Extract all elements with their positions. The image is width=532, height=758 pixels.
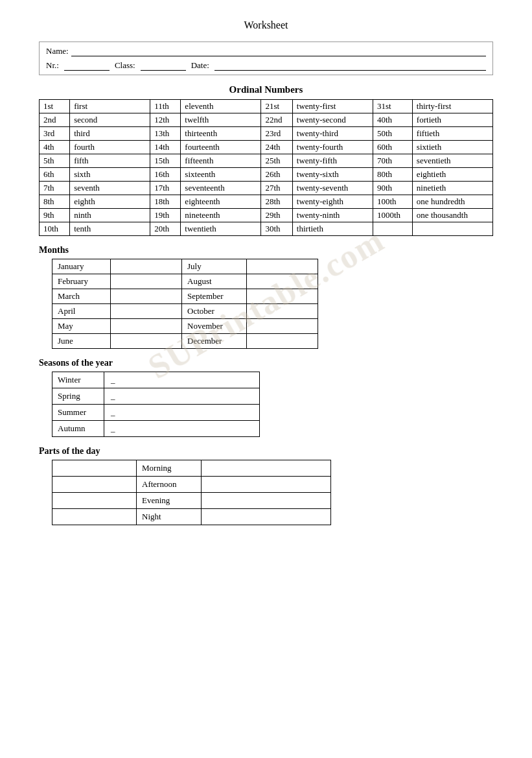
parts-title: Parts of the day bbox=[39, 446, 493, 456]
ordinal-cell: seventeenth bbox=[181, 182, 261, 195]
part-blank-right bbox=[202, 460, 331, 477]
month-name-left: February bbox=[52, 274, 111, 289]
ordinal-cell: fortieth bbox=[412, 113, 492, 127]
month-blank-right bbox=[247, 334, 318, 349]
ordinal-cell: 17th bbox=[150, 182, 181, 195]
ordinal-cell: 1000th bbox=[373, 209, 412, 222]
part-name: Morning bbox=[137, 460, 202, 477]
month-name-right: August bbox=[182, 274, 247, 289]
season-name: Winter bbox=[52, 372, 104, 388]
date-underline bbox=[214, 60, 486, 71]
ordinal-cell: 11th bbox=[150, 100, 181, 113]
season-blank: _ bbox=[104, 372, 260, 388]
month-blank-right bbox=[247, 304, 318, 319]
ordinal-cell: twenty-ninth bbox=[292, 209, 373, 222]
part-blank-left bbox=[52, 493, 137, 509]
list-item: Summer_ bbox=[52, 405, 260, 421]
class-label: Class: bbox=[115, 60, 135, 71]
month-name-left: May bbox=[52, 319, 111, 334]
ordinal-cell: 9th bbox=[40, 209, 70, 222]
ordinal-table: 1stfirst11theleventh21sttwenty-first31st… bbox=[39, 99, 493, 236]
ordinal-cell: 90th bbox=[373, 182, 412, 195]
table-row: 5thfifth15thfifteenth25thtwenty-fifth70t… bbox=[40, 154, 493, 168]
month-blank-left bbox=[111, 259, 182, 274]
list-item: Afternoon bbox=[52, 477, 331, 493]
part-name: Afternoon bbox=[137, 477, 202, 493]
ordinal-cell: eighteenth bbox=[181, 195, 261, 209]
ordinal-cell: fifth bbox=[70, 154, 150, 168]
ordinal-cell: 18th bbox=[150, 195, 181, 209]
ordinal-cell: 100th bbox=[373, 195, 412, 209]
ordinal-cell: fourteenth bbox=[181, 141, 261, 154]
ordinal-cell: 24th bbox=[261, 141, 292, 154]
month-blank-right bbox=[247, 259, 318, 274]
ordinal-cell: twenty-fourth bbox=[292, 141, 373, 154]
ordinal-cell: 1st bbox=[40, 100, 70, 113]
season-name: Spring bbox=[52, 388, 104, 405]
month-name-right: October bbox=[182, 304, 247, 319]
ordinal-cell: 21st bbox=[261, 100, 292, 113]
name-label: Name: bbox=[46, 46, 69, 56]
parts-table: MorningAfternoonEveningNight bbox=[52, 460, 331, 525]
ordinal-cell: 6th bbox=[40, 168, 70, 182]
ordinal-cell: 20th bbox=[150, 222, 181, 236]
list-item: Night bbox=[52, 509, 331, 525]
ordinal-cell: one hundredth bbox=[412, 195, 492, 209]
months-table: JanuaryJulyFebruaryAugustMarchSeptemberA… bbox=[52, 259, 318, 349]
list-item: Winter_ bbox=[52, 372, 260, 388]
ordinal-cell: 60th bbox=[373, 141, 412, 154]
ordinal-title: Ordinal Numbers bbox=[39, 84, 493, 95]
ordinal-cell: eighth bbox=[70, 195, 150, 209]
month-blank-left bbox=[111, 319, 182, 334]
list-item: Evening bbox=[52, 493, 331, 509]
ordinal-cell: third bbox=[70, 127, 150, 141]
ordinal-cell: 10th bbox=[40, 222, 70, 236]
month-name-right: December bbox=[182, 334, 247, 349]
ordinal-cell: fiftieth bbox=[412, 127, 492, 141]
ordinal-cell: 3rd bbox=[40, 127, 70, 141]
part-blank-right bbox=[202, 493, 331, 509]
ordinal-cell: 26th bbox=[261, 168, 292, 182]
part-blank-left bbox=[52, 460, 137, 477]
list-item: FebruaryAugust bbox=[52, 274, 318, 289]
ordinal-cell: twenty-second bbox=[292, 113, 373, 127]
part-blank-left bbox=[52, 509, 137, 525]
season-name: Autumn bbox=[52, 421, 104, 437]
month-name-left: March bbox=[52, 289, 111, 304]
part-blank-left bbox=[52, 477, 137, 493]
month-name-left: April bbox=[52, 304, 111, 319]
season-blank: _ bbox=[104, 421, 260, 437]
table-row: 2ndsecond12thtwelfth22ndtwenty-second40t… bbox=[40, 113, 493, 127]
ordinal-cell: first bbox=[70, 100, 150, 113]
month-name-right: November bbox=[182, 319, 247, 334]
ordinal-cell: 8th bbox=[40, 195, 70, 209]
ordinal-cell: 27th bbox=[261, 182, 292, 195]
ordinal-cell: sixteenth bbox=[181, 168, 261, 182]
month-name-left: June bbox=[52, 334, 111, 349]
date-label: Date: bbox=[191, 60, 209, 71]
list-item: JanuaryJuly bbox=[52, 259, 318, 274]
table-row: 4thfourth14thfourteenth24thtwenty-fourth… bbox=[40, 141, 493, 154]
ordinal-cell: 31st bbox=[373, 100, 412, 113]
ordinal-cell: twenty-third bbox=[292, 127, 373, 141]
ordinal-cell: nineteenth bbox=[181, 209, 261, 222]
month-blank-right bbox=[247, 319, 318, 334]
ordinal-cell: thirty-first bbox=[412, 100, 492, 113]
ordinal-cell: 40th bbox=[373, 113, 412, 127]
ordinal-cell: thirtieth bbox=[292, 222, 373, 236]
seasons-table: Winter_Spring_Summer_Autumn_ bbox=[52, 372, 260, 437]
season-blank: _ bbox=[104, 388, 260, 405]
ordinal-cell: ninth bbox=[70, 209, 150, 222]
list-item: AprilOctober bbox=[52, 304, 318, 319]
ordinal-cell: twenty-first bbox=[292, 100, 373, 113]
nr-underline bbox=[64, 60, 110, 71]
table-row: 7thseventh17thseventeenth27thtwenty-seve… bbox=[40, 182, 493, 195]
ordinal-cell bbox=[412, 222, 492, 236]
ordinal-cell: 80th bbox=[373, 168, 412, 182]
list-item: MarchSeptember bbox=[52, 289, 318, 304]
month-blank-left bbox=[111, 304, 182, 319]
ordinal-cell: twenty-seventh bbox=[292, 182, 373, 195]
ordinal-cell: twenty-sixth bbox=[292, 168, 373, 182]
name-line: Name: bbox=[46, 46, 486, 56]
ordinal-cell: twenty-fifth bbox=[292, 154, 373, 168]
